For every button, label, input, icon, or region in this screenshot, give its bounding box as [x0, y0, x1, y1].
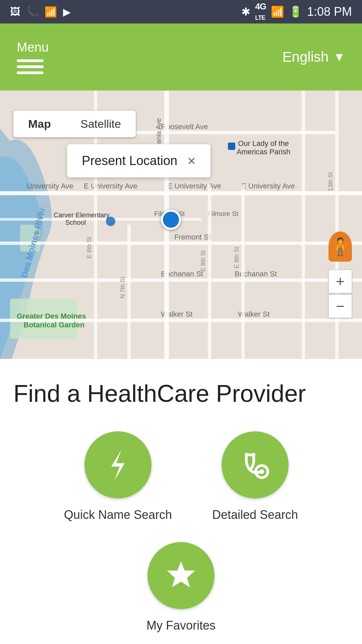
svg-rect-27 [241, 184, 245, 359]
menu-button[interactable]: Menu [17, 40, 49, 74]
svg-text:Botanical Garden: Botanical Garden [23, 321, 84, 329]
map-zoom-controls: 🧍 + − [328, 231, 352, 318]
quick-name-search-button[interactable] [84, 431, 152, 498]
detailed-search-label: Detailed Search [212, 508, 298, 522]
zoom-in-button[interactable]: + [328, 270, 352, 293]
popup-text: Present Location [82, 154, 177, 168]
detailed-search-button[interactable] [222, 431, 289, 498]
chevron-down-icon: ▼ [333, 50, 345, 64]
status-time: 1:08 PM [307, 5, 352, 19]
detailed-search-item[interactable]: Detailed Search [212, 431, 298, 522]
svg-point-52 [245, 453, 249, 457]
favorites-row: My Favorites [146, 542, 216, 633]
svg-rect-12 [0, 278, 362, 282]
svg-text:Carver Elementary: Carver Elementary [54, 211, 110, 219]
map-tab[interactable]: Map [13, 111, 66, 137]
svg-text:Fremont St: Fremont St [174, 233, 211, 241]
svg-rect-10 [0, 241, 362, 245]
svg-text:E University Ave: E University Ave [168, 182, 221, 190]
search-top-row: Quick Name Search Detailed [64, 431, 298, 522]
current-location-dot [161, 210, 181, 230]
my-favorites-label: My Favorites [146, 619, 216, 633]
svg-text:Buchanan St: Buchanan St [235, 270, 277, 278]
main-content: Find a HealthCare Provider Quick Name Se… [0, 359, 362, 644]
my-favorites-button[interactable] [147, 542, 215, 609]
map-view-toggle[interactable]: Map Satellite [13, 111, 136, 137]
svg-rect-45 [228, 143, 235, 150]
quick-name-search-item[interactable]: Quick Name Search [64, 431, 172, 522]
svg-text:E University Ave: E University Ave [84, 182, 137, 190]
svg-rect-29 [127, 225, 131, 359]
status-right-icons: ✱ 4GLTE 📶 🔋 1:08 PM [241, 1, 352, 22]
svg-point-53 [251, 453, 255, 457]
zoom-out-button[interactable]: − [328, 294, 352, 318]
lightning-icon [101, 448, 135, 482]
search-options: Quick Name Search Detailed [13, 431, 349, 633]
pegman-icon[interactable]: 🧍 [328, 231, 352, 262]
satellite-tab[interactable]: Satellite [66, 111, 136, 137]
svg-text:Greater Des Moines: Greater Des Moines [17, 312, 86, 320]
app-header: Menu English ▼ [0, 23, 362, 91]
language-label: English [283, 49, 329, 65]
battery-icon: 🔋 [289, 5, 302, 18]
stethoscope-icon [238, 448, 272, 482]
language-selector[interactable]: English ▼ [283, 49, 345, 65]
status-bar: 🖼 📞 📶 ▶ ✱ 4GLTE 📶 🔋 1:08 PM [0, 0, 362, 23]
svg-rect-3 [0, 191, 362, 195]
my-favorites-item[interactable]: My Favorites [146, 542, 216, 633]
svg-rect-31 [302, 91, 305, 359]
svg-text:Our Lady of the: Our Lady of the [238, 139, 289, 148]
svg-marker-48 [111, 450, 125, 480]
svg-marker-54 [167, 561, 195, 587]
svg-rect-25 [208, 184, 211, 359]
wifi-icon: 📶 [45, 6, 57, 18]
star-icon [164, 559, 198, 592]
svg-text:University Ave: University Ave [27, 182, 73, 190]
close-icon[interactable]: × [187, 154, 196, 168]
svg-rect-32 [335, 91, 339, 359]
4g-icon: 4GLTE [255, 1, 266, 22]
svg-text:E 9th St: E 9th St [233, 247, 240, 268]
location-popup: Present Location × [67, 144, 210, 177]
svg-text:13th St: 13th St [327, 172, 334, 191]
svg-text:School: School [65, 219, 86, 226]
quick-name-search-label: Quick Name Search [64, 508, 172, 522]
menu-label: Menu [17, 40, 49, 55]
map-section[interactable]: University Ave E University Ave E Univer… [0, 91, 362, 359]
svg-text:E University Ave: E University Ave [241, 182, 295, 190]
bluetooth-icon: ✱ [241, 5, 250, 18]
svg-text:Filmore St: Filmore St [208, 210, 239, 217]
section-title: Find a HealthCare Provider [13, 379, 349, 408]
svg-text:N 7th St: N 7th St [119, 277, 126, 299]
svg-text:E 8th St: E 8th St [200, 250, 206, 272]
image-icon: 🖼 [10, 6, 20, 17]
status-left-icons: 🖼 📞 📶 ▶ [10, 6, 71, 18]
play-icon: ▶ [63, 6, 71, 18]
call-icon: 📞 [26, 6, 39, 18]
svg-text:E 6th St: E 6th St [86, 237, 93, 258]
hamburger-icon [17, 59, 49, 74]
svg-text:Americas Parish: Americas Parish [237, 148, 290, 156]
signal-icon: 📶 [271, 5, 284, 18]
